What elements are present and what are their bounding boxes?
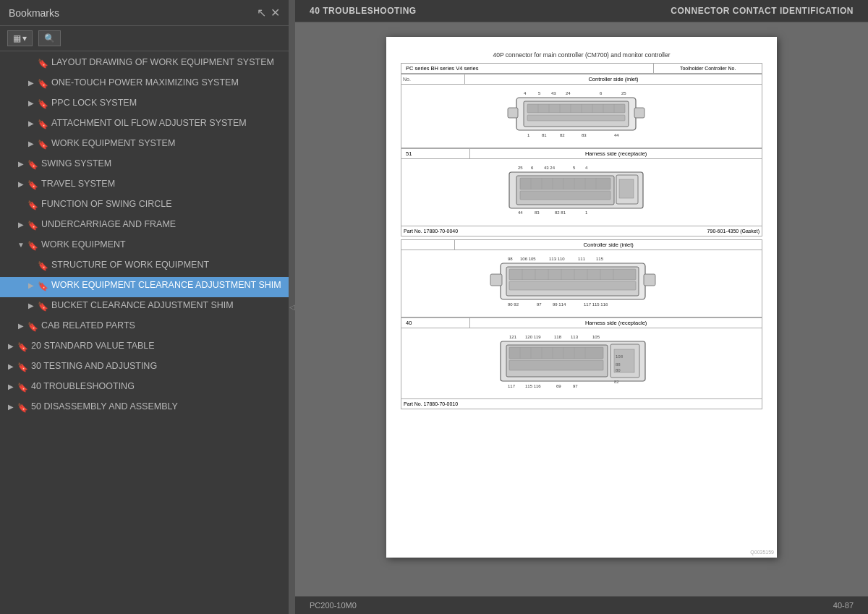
- svg-rect-77: [509, 347, 603, 359]
- bookmark-icon-onetouch: 🔖: [38, 78, 48, 90]
- svg-text:6: 6: [600, 91, 603, 95]
- connector-drawing-4: 121 120 119 118 113 105: [480, 331, 683, 393]
- bookmark-label-work-equip-shim: WORK EQUIPMENT CLEARANCE ADJUSTMENT SHIM: [51, 279, 283, 291]
- bookmark-item-func-swing[interactable]: 🔖 FUNCTION OF SWING CIRCLE: [0, 196, 289, 216]
- bookmark-item-swing[interactable]: ▶ 🔖 SWING SYSTEM: [0, 155, 289, 176]
- svg-rect-18: [508, 108, 518, 118]
- section4-num: 40: [401, 318, 470, 328]
- bookmark-item-work-equip-shim[interactable]: ▶ 🔖 WORK EQUIPMENT CLEARANCE ADJUSTMENT …: [0, 277, 289, 297]
- bookmark-item-travel[interactable]: ▶ 🔖 TRAVEL SYSTEM: [0, 176, 289, 196]
- bookmark-label-work-equip-sys: WORK EQUIPMENT SYSTEM: [51, 137, 283, 150]
- svg-text:69: 69: [556, 384, 561, 388]
- search-bookmark-button[interactable]: 🔍: [38, 30, 61, 46]
- svg-text:117 115 116: 117 115 116: [584, 302, 608, 307]
- svg-text:120 119: 120 119: [525, 335, 541, 339]
- svg-rect-33: [520, 191, 610, 200]
- bookmark-icon-func-swing: 🔖: [27, 200, 38, 212]
- no-arrow-icon: [26, 58, 36, 68]
- svg-rect-19: [634, 108, 644, 118]
- svg-text:115 116: 115 116: [525, 384, 541, 388]
- close-icon[interactable]: ✕: [271, 6, 280, 20]
- bookmark-label-swing: SWING SYSTEM: [41, 158, 283, 170]
- bookmark-icon-cab: 🔖: [27, 321, 38, 333]
- svg-text:82 81: 82 81: [555, 210, 566, 215]
- expand-arrow-troubleshoot: ▶: [6, 382, 16, 392]
- document-footer: PC200-10M0 40-87: [295, 596, 868, 614]
- document-header: 40 TROUBLESHOOTING CONNECTOR CONTACT IDE…: [295, 0, 868, 22]
- connector-drawing-2-cell: 25 6 43 24 5 4: [401, 159, 762, 226]
- svg-rect-64: [490, 274, 502, 286]
- bookmark-item-bucket-shim[interactable]: ▶ 🔖 BUCKET CLEARANCE ADJUSTMENT SHIM: [0, 297, 289, 317]
- page-container: 40P connector for main controller (CM700…: [386, 37, 777, 558]
- svg-text:83: 83: [582, 133, 587, 137]
- bookmark-item-testing[interactable]: ▶ 🔖 30 TESTING AND ADJUSTING: [0, 358, 289, 378]
- svg-text:1: 1: [527, 133, 530, 137]
- svg-text:43 24: 43 24: [544, 166, 556, 170]
- section1-table: No. Controller side (inlet) 4 5 43: [401, 74, 762, 148]
- bookmark-item-layout[interactable]: 🔖 LAYOUT DRAWING OF WORK EQUIPMENT SYSTE…: [0, 54, 289, 74]
- resize-handle[interactable]: ◁: [289, 0, 295, 614]
- bookmark-label-std-val: 20 STANDARD VALUE TABLE: [31, 340, 283, 352]
- bookmark-item-onetouch[interactable]: ▶ 🔖 ONE-TOUCH POWER MAXIMIZING SYSTEM: [0, 74, 289, 95]
- svg-text:111: 111: [578, 257, 586, 261]
- bookmark-icon-travel: 🔖: [27, 179, 38, 192]
- svg-text:44: 44: [614, 133, 619, 137]
- svg-rect-9: [527, 115, 625, 121]
- bookmark-item-attachment[interactable]: ▶ 🔖 ATTACHMENT OIL FLOW ADJUSTER SYSTEM: [0, 115, 289, 135]
- bookmark-item-std-val[interactable]: ▶ 🔖 20 STANDARD VALUE TABLE: [0, 338, 289, 358]
- bookmark-tree: 🔖 LAYOUT DRAWING OF WORK EQUIPMENT SYSTE…: [0, 51, 289, 614]
- svg-rect-32: [520, 178, 610, 189]
- section2-table: 51 Harness side (receptacle) 25 6 43 24 …: [401, 148, 762, 236]
- bookmark-item-structure[interactable]: 🔖 STRUCTURE OF WORK EQUIPMENT: [0, 257, 289, 277]
- svg-text:25: 25: [621, 91, 626, 95]
- connector-main-table: PC series BH series V4 series Toolholder…: [401, 63, 762, 74]
- bookmark-icon-disassembly: 🔖: [17, 402, 27, 414]
- expand-arrow-onetouch: ▶: [26, 78, 36, 88]
- bookmark-item-troubleshoot[interactable]: ▶ 🔖 40 TROUBLESHOOTING: [0, 378, 289, 398]
- expand-arrow-disassembly: ▶: [6, 402, 16, 412]
- svg-text:4: 4: [585, 166, 588, 170]
- svg-text:118: 118: [554, 335, 562, 339]
- svg-rect-78: [509, 360, 603, 370]
- harness-side-label2: Harness side (receptacle): [585, 320, 647, 326]
- part-num1: Part No. 17880-70-0040: [404, 229, 458, 234]
- bookmark-item-work-equip[interactable]: ▼ 🔖 WORK EQUIPMENT: [0, 236, 289, 257]
- bookmark-label-disassembly: 50 DISASSEMBLY AND ASSEMBLY: [31, 401, 283, 413]
- doc-footer-page: 40-87: [833, 601, 854, 610]
- bookmark-panel: Bookmarks ↖ ✕ ▦ ▾ 🔍 🔖 LAYOUT DRAWING OF …: [0, 0, 289, 614]
- svg-text:81: 81: [542, 133, 547, 137]
- bookmark-item-cab[interactable]: ▶ 🔖 CAB RELATED PARTS: [0, 317, 289, 338]
- document-panel: 40 TROUBLESHOOTING CONNECTOR CONTACT IDE…: [295, 0, 868, 614]
- svg-text:99 114: 99 114: [553, 302, 566, 307]
- bookmark-item-disassembly[interactable]: ▶ 🔖 50 DISASSEMBLY AND ASSEMBLY: [0, 398, 289, 419]
- bookmark-item-work-equip-sys[interactable]: ▶ 🔖 WORK EQUIPMENT SYSTEM: [0, 135, 289, 155]
- doc-header-title: CONNECTOR CONTACT IDENTIFICATION: [671, 6, 854, 16]
- toolholder-text: Toolholder Controller No.: [680, 66, 736, 71]
- bookmark-icon-work-equip-sys: 🔖: [38, 139, 48, 151]
- svg-text:43: 43: [551, 91, 556, 95]
- bookmark-label-work-equip: WORK EQUIPMENT: [41, 239, 283, 251]
- connector-drawing-1: 4 5 43 24 6 25: [488, 88, 676, 142]
- svg-text:98: 98: [508, 257, 513, 261]
- grid-icon: ▦: [13, 33, 21, 43]
- expand-arrow-ppc: ▶: [26, 98, 36, 108]
- harness-side-label2-cell: Harness side (receptacle): [470, 318, 762, 328]
- view-options-button[interactable]: ▦ ▾: [7, 30, 33, 46]
- svg-text:113 110: 113 110: [549, 257, 565, 261]
- expand-arrow-work-equip-sys: ▶: [26, 139, 36, 149]
- expand-arrow-work-equip-shim: ▶: [26, 281, 36, 291]
- document-content[interactable]: 40P connector for main controller (CM700…: [295, 22, 868, 596]
- svg-rect-8: [527, 104, 625, 113]
- svg-text:6: 6: [531, 166, 534, 170]
- bookmark-item-ppc[interactable]: ▶ 🔖 PPC LOCK SYSTEM: [0, 95, 289, 115]
- section3-table: Controller side (inlet) 98 106 105 113 1…: [401, 239, 762, 317]
- bookmark-label-testing: 30 TESTING AND ADJUSTING: [31, 360, 283, 372]
- bookmark-header: Bookmarks ↖ ✕: [0, 0, 289, 26]
- part-num2: Part No. 17880-70-0010: [404, 401, 458, 406]
- part-num-row2-cell: Part No. 17880-70-0010: [401, 399, 762, 409]
- part-num-row1: Part No. 17880-70-0040 790-601-4350 (Gas…: [404, 229, 760, 234]
- bookmark-icon-testing: 🔖: [17, 362, 27, 374]
- bookmark-item-undercarriage[interactable]: ▶ 🔖 UNDERCARRIAGE AND FRAME: [0, 216, 289, 236]
- svg-text:115: 115: [596, 257, 604, 261]
- section1-num-cell: No.: [401, 74, 465, 85]
